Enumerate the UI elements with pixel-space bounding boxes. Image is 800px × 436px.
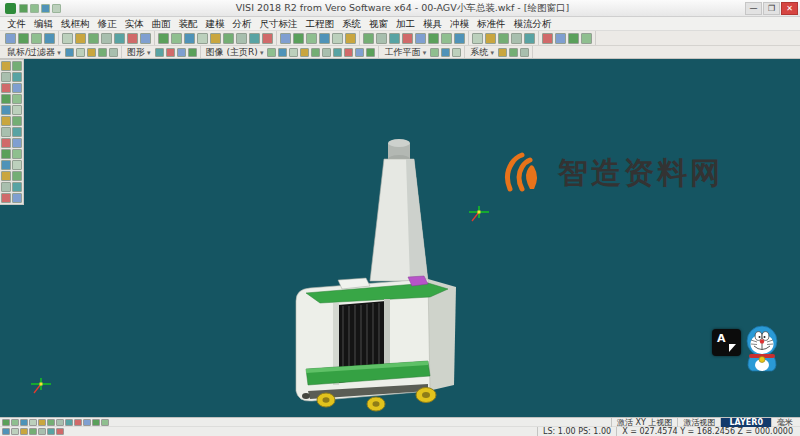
toolbar-icon[interactable] bbox=[166, 48, 175, 57]
toolbar-icon[interactable] bbox=[2, 419, 10, 426]
toolbar-icon[interactable] bbox=[19, 4, 28, 13]
toolbar-icon[interactable] bbox=[87, 48, 96, 57]
toolbar-icon[interactable] bbox=[12, 149, 22, 159]
toolbar-icon[interactable] bbox=[92, 419, 100, 426]
maximize-button[interactable]: ❐ bbox=[763, 2, 780, 15]
toolbar-icon[interactable] bbox=[88, 33, 99, 44]
toolbar-group-label[interactable]: 系统 bbox=[468, 46, 496, 59]
toolbar-icon[interactable] bbox=[1, 116, 11, 126]
toolbar-icon[interactable] bbox=[1, 149, 11, 159]
toolbar-icon[interactable] bbox=[38, 428, 46, 435]
toolbar-icon[interactable] bbox=[389, 33, 400, 44]
toolbar-icon[interactable] bbox=[1, 61, 11, 71]
toolbar-group-label[interactable]: 鼠标/过滤器 bbox=[5, 46, 63, 59]
menu-item-分析[interactable]: 分析 bbox=[229, 17, 256, 31]
menu-item-编辑[interactable]: 编辑 bbox=[30, 17, 57, 31]
toolbar-icon[interactable] bbox=[158, 33, 169, 44]
menu-item-建模[interactable]: 建模 bbox=[202, 17, 229, 31]
toolbar-icon[interactable] bbox=[155, 48, 164, 57]
toolbar-icon[interactable] bbox=[345, 33, 356, 44]
menu-item-线框构[interactable]: 线框构 bbox=[57, 17, 94, 31]
menu-item-标准件[interactable]: 标准件 bbox=[473, 17, 510, 31]
toolbar-icon[interactable] bbox=[267, 48, 276, 57]
toolbar-icon[interactable] bbox=[511, 33, 522, 44]
toolbar-icon[interactable] bbox=[262, 33, 273, 44]
toolbar-icon[interactable] bbox=[366, 48, 375, 57]
toolbar-icon[interactable] bbox=[52, 4, 61, 13]
toolbar-icon[interactable] bbox=[415, 33, 426, 44]
toolbar-icon[interactable] bbox=[74, 419, 82, 426]
toolbar-icon[interactable] bbox=[2, 428, 10, 435]
toolbar-icon[interactable] bbox=[319, 33, 330, 44]
toolbar-icon[interactable] bbox=[12, 94, 22, 104]
toolbar-icon[interactable] bbox=[454, 33, 465, 44]
menu-item-系统[interactable]: 系统 bbox=[338, 17, 365, 31]
toolbar-icon[interactable] bbox=[402, 33, 413, 44]
toolbar-icon[interactable] bbox=[65, 419, 73, 426]
toolbar-icon[interactable] bbox=[520, 48, 529, 57]
toolbar-icon[interactable] bbox=[12, 182, 22, 192]
toolbar-icon[interactable] bbox=[322, 48, 331, 57]
toolbar-icon[interactable] bbox=[1, 138, 11, 148]
viewport-3d[interactable]: 智造资料网 A bbox=[0, 59, 800, 417]
toolbar-icon[interactable] bbox=[20, 428, 28, 435]
toolbar-icon[interactable] bbox=[428, 33, 439, 44]
toolbar-icon[interactable] bbox=[12, 193, 22, 203]
toolbar-icon[interactable] bbox=[472, 33, 483, 44]
toolbar-icon[interactable] bbox=[56, 428, 64, 435]
toolbar-icon[interactable] bbox=[11, 419, 19, 426]
toolbar-icon[interactable] bbox=[101, 419, 109, 426]
toolbar-icon[interactable] bbox=[289, 48, 298, 57]
toolbar-icon[interactable] bbox=[441, 33, 452, 44]
menu-item-模具[interactable]: 模具 bbox=[419, 17, 446, 31]
toolbar-icon[interactable] bbox=[568, 33, 579, 44]
toolbar-icon[interactable] bbox=[12, 138, 22, 148]
toolbar-icon[interactable] bbox=[76, 48, 85, 57]
toolbar-icon[interactable] bbox=[29, 428, 37, 435]
toolbar-group-label[interactable]: 图像 (主页R) bbox=[204, 46, 266, 59]
toolbar-icon[interactable] bbox=[293, 33, 304, 44]
toolbar-icon[interactable] bbox=[12, 105, 22, 115]
toolbar-icon[interactable] bbox=[1, 160, 11, 170]
toolbar-icon[interactable] bbox=[171, 33, 182, 44]
toolbar-icon[interactable] bbox=[441, 48, 450, 57]
menu-item-装配[interactable]: 装配 bbox=[175, 17, 202, 31]
toolbar-icon[interactable] bbox=[65, 48, 74, 57]
toolbar-icon[interactable] bbox=[47, 419, 55, 426]
menu-item-工程图[interactable]: 工程图 bbox=[302, 17, 339, 31]
toolbar-icon[interactable] bbox=[524, 33, 535, 44]
toolbar-icon[interactable] bbox=[1, 83, 11, 93]
toolbar-group-label[interactable]: 图形 bbox=[125, 46, 153, 59]
toolbar-icon[interactable] bbox=[12, 72, 22, 82]
toolbar-icon[interactable] bbox=[20, 419, 28, 426]
toolbar-icon[interactable] bbox=[62, 33, 73, 44]
toolbar-icon[interactable] bbox=[101, 33, 112, 44]
toolbar-icon[interactable] bbox=[98, 48, 107, 57]
toolbar-icon[interactable] bbox=[47, 428, 55, 435]
toolbar-icon[interactable] bbox=[555, 33, 566, 44]
toolbar-icon[interactable] bbox=[56, 419, 64, 426]
status-layer-selector[interactable]: LAYER0 bbox=[720, 418, 771, 427]
toolbar-icon[interactable] bbox=[30, 4, 39, 13]
toolbar-icon[interactable] bbox=[452, 48, 461, 57]
toolbar-icon[interactable] bbox=[75, 33, 86, 44]
toolbar-icon[interactable] bbox=[188, 48, 197, 57]
toolbar-icon[interactable] bbox=[12, 171, 22, 181]
toolbar-icon[interactable] bbox=[581, 33, 592, 44]
toolbar-icon[interactable] bbox=[1, 171, 11, 181]
menu-item-文件[interactable]: 文件 bbox=[3, 17, 30, 31]
toolbar-icon[interactable] bbox=[236, 33, 247, 44]
toolbar-icon[interactable] bbox=[1, 94, 11, 104]
toolbar-icon[interactable] bbox=[509, 48, 518, 57]
menu-item-实体[interactable]: 实体 bbox=[121, 17, 148, 31]
toolbar-icon[interactable] bbox=[11, 428, 19, 435]
toolbar-icon[interactable] bbox=[109, 48, 118, 57]
toolbar-icon[interactable] bbox=[1, 193, 11, 203]
toolbar-icon[interactable] bbox=[184, 33, 195, 44]
toolbar-icon[interactable] bbox=[210, 33, 221, 44]
toolbar-icon[interactable] bbox=[12, 116, 22, 126]
toolbar-icon[interactable] bbox=[5, 33, 16, 44]
toolbar-icon[interactable] bbox=[44, 33, 55, 44]
toolbar-icon[interactable] bbox=[355, 48, 364, 57]
menu-item-冲模[interactable]: 冲模 bbox=[446, 17, 473, 31]
